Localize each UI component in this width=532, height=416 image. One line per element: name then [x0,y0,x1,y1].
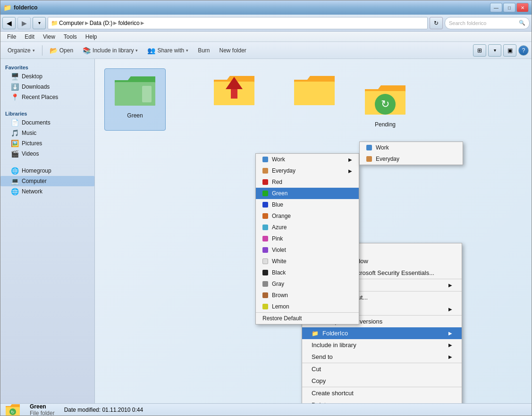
ctx-create-shortcut[interactable]: Create shortcut [302,387,462,399]
include-library-icon: 📚 [83,47,91,54]
sidebar-item-documents[interactable]: 📄 Documents [0,117,94,128]
refresh-button[interactable]: ↻ [430,17,443,29]
black-color-dot [262,270,268,275]
sub-everyday[interactable]: Everyday ▶ [256,165,359,176]
new-folder-button[interactable]: New folder [215,44,251,57]
work-submenu: Work Everyday [359,141,463,165]
menu-help[interactable]: Help [82,33,101,41]
breadcrumb-sep1: ▶ [85,20,89,25]
ctx-delete[interactable]: Delete [302,399,462,403]
folder-right[interactable] [284,68,345,131]
folder-upload[interactable] [203,68,265,131]
sub-orange[interactable]: Orange [256,210,359,222]
folder-green-icon [114,72,156,109]
breadcrumb: 📁 Computer ▶ Data (D:) ▶ folderico ▶ [48,17,428,29]
ctx-folderico[interactable]: 📁 FolderIco ▶ [302,327,462,339]
sub-white[interactable]: White [256,256,359,267]
computer-icon: 💻 [11,177,19,185]
menu-file[interactable]: File [3,33,20,41]
menu-tools[interactable]: Tools [60,33,81,41]
sub-violet[interactable]: Violet [256,244,359,256]
svg-marker-3 [115,76,155,82]
sidebar-item-pictures[interactable]: 🖼️ Pictures [0,138,94,149]
green-color-dot [262,191,268,196]
view-dropdown[interactable]: ▾ [488,44,501,57]
sidebar-item-music[interactable]: 🎵 Music [0,128,94,138]
sidebar-item-network[interactable]: 🌐 Network [0,186,94,197]
menu-edit[interactable]: Edit [21,33,38,41]
sub-green[interactable]: Green [256,188,359,199]
sub-lemon[interactable]: Lemon [256,301,359,312]
folder-green[interactable]: Green [104,68,166,131]
search-icon[interactable]: 🔍 [519,20,525,26]
sub-restore-default[interactable]: Restore Default [256,312,359,324]
sub-work[interactable]: Work ▶ [256,154,359,165]
main-layout: Favorites 🖥️ Desktop ⬇️ Downloads 📍 Rece… [0,59,532,403]
ctx-copy[interactable]: Copy [302,375,462,387]
work-sub-work[interactable]: Work [360,142,463,153]
ctx-send-to[interactable]: Send to ▶ [302,351,462,363]
maximize-button[interactable]: □ [503,3,515,12]
work-sub-everyday[interactable]: Everyday [360,153,463,165]
sub-gray[interactable]: Gray [256,278,359,290]
everyday-dot [366,156,372,162]
include-library-arrow: ▾ [135,48,138,53]
everyday-color-dot [262,168,268,174]
work-color-dot [262,157,268,162]
sidebar-item-downloads[interactable]: ⬇️ Downloads [0,82,94,92]
view-button[interactable]: ⊞ [473,44,486,57]
forward-button[interactable]: ▶ [17,17,31,29]
ctx-cut[interactable]: Cut [302,363,462,375]
back-button[interactable]: ◀ [2,17,16,29]
include-library-button[interactable]: 📚 Include in library ▾ [78,44,142,57]
burn-button[interactable]: Burn [194,44,214,57]
toolbar: Organize ▾ 📂 Open 📚 Include in library ▾… [0,42,532,59]
sidebar-item-homegroup[interactable]: 🌐 Homegroup [0,166,94,176]
close-button[interactable]: ✕ [516,3,529,12]
pictures-icon: 🖼️ [11,140,19,147]
breadcrumb-sep2: ▶ [113,20,117,25]
svg-text:↻: ↻ [381,98,389,110]
svg-marker-18 [365,85,405,91]
sub-blue[interactable]: Blue [256,199,359,210]
gray-color-dot [262,281,268,287]
breadcrumb-computer[interactable]: Computer [59,20,84,26]
window-title: folderico [14,4,38,11]
breadcrumb-folder[interactable]: folderico [118,20,139,26]
help-button[interactable]: ? [518,45,529,56]
include-lib-arrow: ▶ [448,342,452,348]
sub-red[interactable]: Red [256,176,359,188]
status-info: Green File folder [30,403,55,416]
status-date: Date modified: 01.11.2010 0:44 [64,407,143,413]
organize-button[interactable]: Organize ▾ [3,44,39,57]
preview-pane-button[interactable]: ▣ [503,44,516,57]
sub-black[interactable]: Black [256,267,359,278]
folderico-arrow: ▶ [448,331,452,336]
ctx-include-library[interactable]: Include in library ▶ [302,339,462,351]
dropdown-button[interactable]: ▾ [33,17,46,29]
sub-azure[interactable]: Azure [256,222,359,233]
sidebar-item-computer[interactable]: 💻 Computer [0,176,94,186]
minimize-button[interactable]: — [490,3,502,12]
title-bar: 📁 folderico — □ ✕ [0,0,532,15]
toolbar-separator [42,45,42,56]
folderico-submenu: Work ▶ Everyday ▶ Red Green [255,153,359,324]
sidebar-item-desktop[interactable]: 🖥️ Desktop [0,71,94,82]
folder-pending[interactable]: ↻ Pending [355,78,416,131]
svg-marker-24 [6,404,20,407]
folder-pending-icon: ↻ [364,81,406,118]
blue-color-dot [262,202,268,208]
sub-brown[interactable]: Brown [256,290,359,301]
sidebar-item-recent[interactable]: 📍 Recent Places [0,92,94,102]
date-value: 01.11.2010 0:44 [102,407,143,413]
svg-marker-14 [294,76,335,82]
sub-pink[interactable]: Pink [256,233,359,244]
svg-text:↻: ↻ [11,410,15,415]
breadcrumb-icon: 📁 [51,20,58,26]
breadcrumb-drive[interactable]: Data (D:) [90,20,113,26]
sidebar-item-videos[interactable]: 🎬 Videos [0,149,94,159]
menu-view[interactable]: View [39,33,59,41]
open-button[interactable]: 📂 Open [45,44,77,57]
homegroup-icon: 🌐 [11,167,19,175]
share-with-button[interactable]: 👥 Share with ▾ [143,44,193,57]
